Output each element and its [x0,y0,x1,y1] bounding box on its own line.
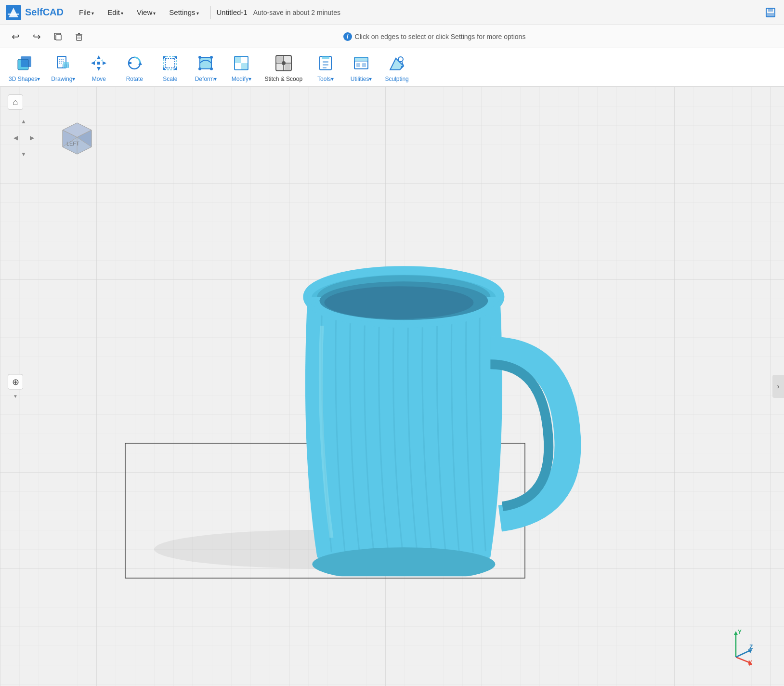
svg-rect-4 [768,8,773,12]
rotate-label: Rotate [126,76,143,82]
svg-marker-28 [95,59,97,61]
delete-button[interactable] [71,29,87,44]
svg-point-41 [198,56,201,59]
logo: SelfCAD [5,4,64,21]
3dshapes-label: 3D Shapes▾ [9,76,40,82]
redo-button[interactable]: ↪ [29,29,44,44]
tool-stitch[interactable]: Stitch & Scoop [260,51,307,84]
svg-rect-2 [8,13,19,15]
logo-icon [5,4,22,21]
svg-rect-59 [323,64,328,66]
svg-marker-25 [91,61,95,65]
svg-rect-7 [56,35,61,40]
tools-label: Tools▾ [317,76,334,82]
save-icon [765,7,776,18]
tool-modify[interactable]: Modify▾ [224,51,259,84]
svg-marker-90 [734,631,738,635]
svg-rect-62 [354,57,368,61]
stitch-icon [273,53,294,74]
info-icon: i [343,32,352,41]
svg-line-95 [736,650,750,657]
svg-rect-57 [322,56,329,59]
copy-icon [52,31,63,42]
zoom-button[interactable]: ⊕ [8,374,23,390]
scale-label: Scale [163,76,177,82]
modify-icon [231,53,252,74]
menu-view[interactable]: View▾ [131,5,161,19]
menu-file[interactable]: File▾ [73,5,100,19]
svg-marker-23 [97,55,101,59]
copy-button[interactable] [50,29,65,44]
svg-text:X: X [748,660,752,666]
tools-icon [315,53,336,74]
mug-svg [254,229,582,576]
tool-tools[interactable]: Tools▾ [308,51,343,84]
rotate-icon [124,53,145,74]
deform-icon [195,53,216,74]
viewport[interactable]: LEFT ⌂ ▲ ◀ ▶ ▼ ⊕ ▼ › [0,87,784,686]
tool-3dshapes[interactable]: 3D Shapes▾ [4,51,45,84]
tool-rotate[interactable]: Rotate [117,51,152,84]
3d-mug [254,229,582,578]
menu-separator [210,6,211,19]
tool-deform[interactable]: Deform▾ [188,51,223,84]
nav-left-button[interactable]: ◀ [8,130,23,145]
undo-button[interactable]: ↩ [8,29,23,44]
tool-move[interactable]: Move [81,51,116,84]
panel-toggle-button[interactable]: › [772,375,784,398]
viewport-controls-top: ⌂ ▲ ◀ ▶ ▼ [8,94,39,162]
autosave-text: Auto-save in about 2 minutes [253,9,340,16]
status-message: i Click on edges to select or click Sett… [343,32,526,41]
svg-point-44 [210,67,213,70]
svg-rect-63 [356,63,360,67]
tool-drawing[interactable]: Drawing▾ [46,51,80,84]
svg-rect-27 [97,62,100,65]
move-icon [88,53,109,74]
drawing-label: Drawing▾ [51,76,75,82]
svg-text:Y: Y [738,629,742,635]
svg-rect-64 [362,63,366,67]
svg-rect-46 [235,56,241,63]
svg-rect-60 [323,67,327,68]
move-label: Move [92,76,106,82]
sculpting-label: Sculpting [385,76,408,82]
svg-rect-55 [285,64,290,70]
deform-label: Deform▾ [195,76,217,82]
nav-down-button[interactable]: ▼ [16,146,31,162]
sculpting-icon [386,53,407,74]
svg-rect-32 [129,62,131,64]
tool-sculpting[interactable]: Sculpting [379,51,414,84]
viewport-controls-left: ⊕ ▼ [8,374,23,399]
doc-title: Untitled-1 [217,8,248,16]
svg-point-43 [198,67,201,70]
modify-label: Modify▾ [232,76,251,82]
home-button[interactable]: ⌂ [8,94,23,110]
svg-rect-5 [767,13,774,16]
logo-text: SelfCAD [25,7,64,18]
svg-marker-24 [97,67,101,71]
toolbar: 3D Shapes▾ Drawing▾ [0,48,784,87]
svg-point-42 [210,56,213,59]
stitch-label: Stitch & Scoop [264,76,302,82]
nav-right-button[interactable]: ▶ [24,130,39,145]
utilities-icon [351,53,372,74]
svg-rect-39 [200,57,211,69]
action-bar: ↩ ↪ i Click on edges to select or click … [0,25,784,48]
svg-text:Z: Z [749,644,753,650]
utilities-label: Utilities▾ [351,76,372,82]
drawing-icon [52,53,74,74]
save-button[interactable] [762,4,779,21]
3dshapes-icon [14,53,35,74]
nav-up-button[interactable]: ▲ [16,114,31,129]
svg-rect-33 [165,58,175,68]
tool-utilities[interactable]: Utilities▾ [344,51,379,84]
menu-bar: SelfCAD File▾ Edit▾ View▾ Settings▾ Unti… [0,0,784,25]
svg-rect-47 [241,63,248,70]
svg-marker-26 [103,61,106,65]
menu-settings[interactable]: Settings▾ [163,5,204,19]
tool-scale[interactable]: Scale [153,51,187,84]
svg-rect-8 [77,35,81,40]
svg-point-66 [398,57,403,62]
cube-navigator[interactable]: LEFT [53,116,101,166]
menu-edit[interactable]: Edit▾ [102,5,129,19]
